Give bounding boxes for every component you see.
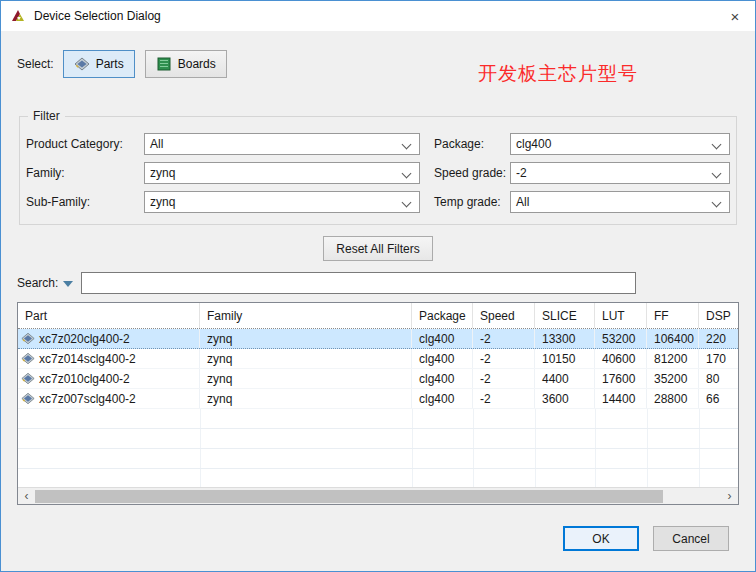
part-name: xc7z010clg400-2 <box>39 372 130 386</box>
search-label: Search: <box>17 276 58 290</box>
table-empty-area <box>18 409 738 487</box>
chevron-down-icon <box>712 140 722 150</box>
cell-dsp: 170 <box>699 349 739 368</box>
part-name: xc7z007sclg400-2 <box>39 392 136 406</box>
cell-package: clg400 <box>412 389 473 408</box>
cell-family: zynq <box>200 329 412 348</box>
select-label: Select: <box>17 57 54 71</box>
cell-package: clg400 <box>412 329 473 348</box>
filter-group: Filter Product Category: All Package: cl… <box>19 116 737 225</box>
boards-button-label: Boards <box>178 57 216 71</box>
scroll-left-icon[interactable]: ‹ <box>18 488 35 505</box>
column-header-lut[interactable]: LUT <box>595 303 647 328</box>
chip-icon <box>21 372 35 385</box>
boards-button[interactable]: Boards <box>145 50 227 78</box>
sub-family-select[interactable]: zynq <box>144 191 420 213</box>
chevron-down-icon <box>402 140 412 150</box>
temp-grade-label: Temp grade: <box>434 195 510 209</box>
reset-row: Reset All Filters <box>17 236 739 261</box>
search-dropdown-icon[interactable] <box>63 281 73 287</box>
cell-slice: 13300 <box>535 329 595 348</box>
column-header-slice[interactable]: SLICE <box>535 303 595 328</box>
speed-grade-label: Speed grade: <box>434 166 510 180</box>
chip-icon <box>21 332 35 345</box>
cell-lut: 14400 <box>595 389 647 408</box>
package-label: Package: <box>434 137 510 151</box>
cancel-button[interactable]: Cancel <box>653 526 729 551</box>
cell-lut: 40600 <box>595 349 647 368</box>
reset-all-filters-button[interactable]: Reset All Filters <box>323 236 432 261</box>
cell-package: clg400 <box>412 369 473 388</box>
horizontal-scrollbar[interactable]: ‹ › <box>18 487 738 504</box>
column-header-family[interactable]: Family <box>200 303 412 328</box>
part-name: xc7z020clg400-2 <box>39 332 130 346</box>
parts-table: Part Family Package Speed SLICE LUT FF D… <box>17 302 739 505</box>
parts-button[interactable]: Parts <box>63 50 135 78</box>
search-row: Search: <box>17 271 739 295</box>
cell-dsp: 220 <box>699 329 739 348</box>
footer: OK Cancel <box>17 526 739 551</box>
cell-speed: -2 <box>473 369 535 388</box>
chevron-down-icon <box>402 198 412 208</box>
temp-grade-select[interactable]: All <box>510 191 730 213</box>
cell-family: zynq <box>200 389 412 408</box>
sub-family-label: Sub-Family: <box>26 195 144 209</box>
cell-lut: 53200 <box>595 329 647 348</box>
chevron-down-icon <box>712 169 722 179</box>
close-button[interactable]: × <box>715 1 755 31</box>
parts-button-label: Parts <box>96 57 124 71</box>
chip-icon <box>21 352 35 365</box>
cell-family: zynq <box>200 349 412 368</box>
cell-lut: 17600 <box>595 369 647 388</box>
table-row[interactable]: xc7z007sclg400-2 zynq clg400 -2 3600 144… <box>18 389 738 409</box>
cell-dsp: 80 <box>699 369 739 388</box>
cell-ff: 106400 <box>647 329 699 348</box>
cell-dsp: 66 <box>699 389 739 408</box>
cell-speed: -2 <box>473 329 535 348</box>
window-title: Device Selection Dialog <box>34 9 161 23</box>
title-bar: Device Selection Dialog × <box>1 1 755 31</box>
annotation-text: 开发板主芯片型号 <box>478 61 638 87</box>
speed-grade-select[interactable]: -2 <box>510 162 730 184</box>
product-category-value: All <box>150 137 163 151</box>
chip-icon <box>21 392 35 405</box>
chevron-down-icon <box>402 169 412 179</box>
close-icon: × <box>731 8 740 25</box>
cell-slice: 10150 <box>535 349 595 368</box>
table-row[interactable]: xc7z010clg400-2 zynq clg400 -2 4400 1760… <box>18 369 738 389</box>
temp-grade-value: All <box>516 195 529 209</box>
board-icon <box>156 57 172 71</box>
cell-part: xc7z010clg400-2 <box>18 369 200 388</box>
table-header-row: Part Family Package Speed SLICE LUT FF D… <box>18 303 738 329</box>
column-header-package[interactable]: Package <box>412 303 473 328</box>
package-select[interactable]: clg400 <box>510 133 730 155</box>
part-name: xc7z014sclg400-2 <box>39 352 136 366</box>
speed-grade-value: -2 <box>516 166 527 180</box>
scrollbar-thumb[interactable] <box>35 490 663 503</box>
filter-group-title: Filter <box>28 109 65 123</box>
family-value: zynq <box>150 166 175 180</box>
family-select[interactable]: zynq <box>144 162 420 184</box>
package-value: clg400 <box>516 137 551 151</box>
search-input[interactable] <box>81 272 636 294</box>
cell-part: xc7z020clg400-2 <box>18 329 200 348</box>
cell-ff: 35200 <box>647 369 699 388</box>
table-row[interactable]: xc7z014sclg400-2 zynq clg400 -2 10150 40… <box>18 349 738 369</box>
column-header-speed[interactable]: Speed <box>473 303 535 328</box>
ok-button[interactable]: OK <box>563 526 639 551</box>
sub-family-value: zynq <box>150 195 175 209</box>
cell-part: xc7z007sclg400-2 <box>18 389 200 408</box>
xilinx-logo-icon <box>10 8 26 24</box>
cell-family: zynq <box>200 369 412 388</box>
chip-icon <box>74 57 90 71</box>
product-category-label: Product Category: <box>26 137 144 151</box>
family-label: Family: <box>26 166 144 180</box>
cell-part: xc7z014sclg400-2 <box>18 349 200 368</box>
product-category-select[interactable]: All <box>144 133 420 155</box>
table-row[interactable]: xc7z020clg400-2 zynq clg400 -2 13300 532… <box>18 329 738 349</box>
column-header-part[interactable]: Part <box>18 303 200 328</box>
scroll-right-icon[interactable]: › <box>721 488 738 505</box>
column-header-ff[interactable]: FF <box>647 303 699 328</box>
column-header-dsp[interactable]: DSP <box>699 303 739 328</box>
cell-speed: -2 <box>473 349 535 368</box>
